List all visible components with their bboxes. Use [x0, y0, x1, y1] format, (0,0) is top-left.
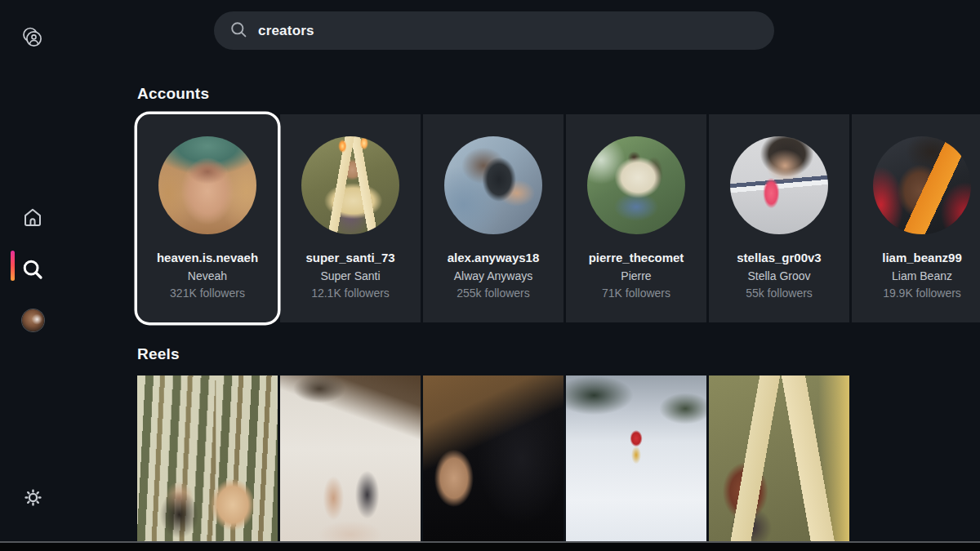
account-card[interactable]: pierre_thecomet Pierre 71K followers: [566, 114, 706, 322]
account-avatar: [587, 136, 685, 234]
account-card[interactable]: liam_beanz99 Liam Beanz 19.9K followers: [852, 114, 980, 322]
account-followers: 12.1K followers: [311, 287, 390, 300]
account-avatar: [730, 136, 828, 234]
profile-nav-button[interactable]: [20, 308, 45, 332]
reel-thumbnail[interactable]: [566, 375, 706, 541]
reel-thumbnail[interactable]: [423, 375, 564, 541]
account-username: stellas_gr00v3: [737, 251, 821, 264]
search-input[interactable]: creators: [258, 23, 314, 39]
account-card[interactable]: heaven.is.nevaeh Neveah 321K followers: [137, 114, 278, 322]
account-switch-icon: [20, 25, 45, 50]
account-followers: 321K followers: [170, 287, 245, 300]
reel-thumbnail[interactable]: [137, 375, 278, 541]
home-icon: [21, 206, 44, 229]
account-fullname: Neveah: [188, 269, 227, 282]
search-icon: [229, 20, 248, 42]
account-fullname: Stella Groov: [747, 269, 810, 282]
account-followers: 19.9K followers: [883, 287, 961, 300]
account-avatar: [444, 136, 542, 234]
reels-heading: Reels: [137, 345, 180, 363]
account-followers: 255k followers: [457, 287, 530, 300]
account-username: heaven.is.nevaeh: [157, 251, 258, 264]
account-fullname: Super Santi: [320, 269, 380, 282]
account-username: super_santi_73: [305, 251, 394, 264]
search-icon: [20, 257, 45, 282]
account-username: pierre_thecomet: [589, 251, 684, 264]
home-nav-button[interactable]: [20, 205, 45, 229]
accounts-heading: Accounts: [137, 85, 209, 103]
reel-thumbnail[interactable]: [709, 375, 849, 541]
sidebar: [0, 0, 65, 551]
account-fullname: Liam Beanz: [892, 269, 952, 282]
accounts-row: heaven.is.nevaeh Neveah 321K followers s…: [137, 114, 980, 322]
active-nav-indicator: [11, 251, 15, 281]
reel-thumbnail[interactable]: [280, 375, 421, 541]
account-card[interactable]: super_santi_73 Super Santi 12.1K followe…: [280, 114, 421, 322]
settings-button[interactable]: [20, 485, 45, 509]
search-nav-button[interactable]: [20, 257, 45, 282]
account-username: liam_beanz99: [882, 251, 962, 264]
account-avatar: [301, 136, 399, 234]
account-fullname: Alway Anyways: [454, 269, 532, 282]
account-card[interactable]: alex.anyways18 Alway Anyways 255k follow…: [423, 114, 564, 322]
reels-row: [137, 375, 849, 541]
search-bar[interactable]: creators: [214, 11, 774, 50]
gear-icon: [22, 487, 44, 509]
account-switcher-button[interactable]: [20, 25, 45, 50]
account-fullname: Pierre: [621, 269, 651, 282]
account-card[interactable]: stellas_gr00v3 Stella Groov 55k follower…: [709, 114, 849, 322]
screen-bottom-bezel: [0, 541, 980, 551]
account-username: alex.anyways18: [448, 251, 540, 264]
account-avatar: [873, 136, 971, 234]
account-avatar: [158, 136, 256, 234]
profile-avatar: [22, 309, 44, 331]
account-followers: 55k followers: [746, 287, 813, 300]
account-followers: 71K followers: [602, 287, 670, 300]
